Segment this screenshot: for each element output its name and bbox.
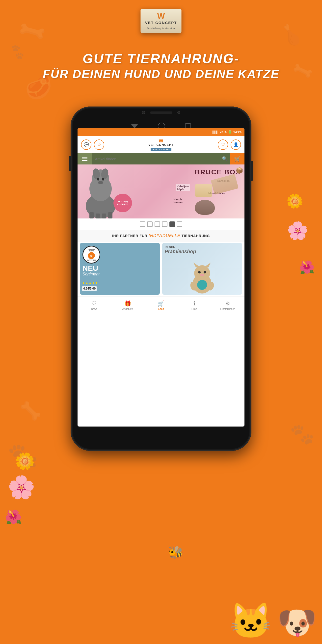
banner-item-kabeljau: Kabeljau-Zöpfe [176, 184, 190, 191]
partner-text-after: TIERNAHRUNG [180, 234, 210, 238]
dog-image [80, 166, 122, 218]
back-triangle-icon [131, 124, 138, 128]
pramienshop-name-text: Prämienshop [165, 249, 240, 254]
hamburger-line-1 [82, 157, 88, 158]
cart-btn[interactable]: 🛒 [230, 153, 244, 164]
svg-point-6 [102, 178, 104, 180]
dot-5-active[interactable] [170, 222, 175, 227]
banner-badge-text: BRUCE (6) ALLERIKER [114, 200, 132, 206]
flower-blue-left: 🌺 [5, 509, 22, 525]
logo-badge: W VET-CONCEPT Gute Nahrung für Vierbeine… [141, 9, 182, 33]
dog-svg [80, 166, 122, 218]
header-right-icons: ♡ 👤 [218, 140, 241, 150]
logo-tagline: Gute Nahrung für Vierbeiner [143, 27, 179, 30]
links-icon: ℹ [194, 300, 196, 307]
dot-4[interactable] [162, 222, 168, 227]
bottom-dog-animal: 🐶 [277, 604, 317, 642]
hero-line2: FÜR DEINEN HUND UND DEINE KATZE [0, 67, 322, 81]
food-bits-image [195, 184, 212, 197]
search-input-container [92, 153, 219, 164]
sensor [177, 111, 180, 114]
search-bar: 🔍 🛒 [78, 153, 244, 164]
battery-pct: 72 % [220, 130, 226, 134]
signal-icon: ▌▌▌ [212, 130, 218, 134]
flower-teal-right-2: 🌺 [299, 260, 314, 274]
dot-2[interactable] [147, 222, 152, 227]
rating-max: 5.00 [90, 287, 96, 290]
brand-subtitle-header: FÜR DEN HUND [150, 148, 172, 151]
food-bowl-image [195, 200, 215, 215]
hamburger-menu-btn[interactable] [78, 153, 92, 164]
back-button[interactable] [131, 124, 138, 128]
einstellungen-label: Einstellungen [220, 308, 235, 310]
einstellungen-icon: ⚙ [226, 300, 230, 307]
search-input[interactable] [95, 157, 216, 161]
hero-line1: GUTE TIERNAHRUNG- [0, 51, 322, 66]
flower-yellow-right: 🌼 [286, 193, 304, 209]
svg-rect-8 [90, 212, 94, 218]
heart-icon-btn[interactable]: ♡ [218, 140, 228, 150]
nav-item-news[interactable]: ♡ News [78, 296, 111, 314]
svg-point-5 [97, 178, 99, 180]
dot-3[interactable] [154, 222, 160, 227]
nav-item-einstellungen[interactable]: ⚙ Einstellungen [211, 296, 244, 314]
dot-1[interactable] [140, 222, 145, 227]
flower-yellow-left: 🌼 [15, 452, 35, 470]
dot-6[interactable] [177, 222, 182, 227]
rating-value: 4.94 [83, 287, 89, 290]
angebote-icon: 🎁 [124, 300, 131, 307]
news-label: News [91, 308, 97, 310]
hamburger-line-2 [82, 158, 88, 159]
app-logo-center: W VET-CONCEPT FÜR DEN HUND [148, 138, 174, 151]
bottom-nav: ♡ News 🎁 Angebote 🛒 Shop ℹ Links ⚙ Einst… [78, 296, 244, 314]
nav-item-shop[interactable]: 🛒 Shop [144, 296, 178, 314]
banner-box-icon: 📦 [236, 167, 243, 174]
food-sticks-image [211, 174, 238, 195]
neu-sortiment-card[interactable]: TRUSTEDSHOPS e GUARANTEE ★★★★★ 4.94/5.00… [80, 243, 160, 295]
user-icon-btn[interactable]: 👤 [230, 140, 241, 150]
logo-brand-name: VET-CONCEPT [143, 20, 179, 25]
shop-label: Shop [158, 308, 164, 310]
promo-banner[interactable]: BRUCE BOX 📦 Kabeljau-Zöpfe Sardellen Hir… [78, 164, 244, 218]
logo-mark: W [148, 138, 174, 143]
bottom-cat-animal: 🐱 [229, 601, 272, 642]
svg-point-16 [198, 271, 201, 274]
search-submit-btn[interactable]: 🔍 [219, 153, 230, 164]
partner-highlight: individuelle [148, 233, 180, 238]
star-icon-btn[interactable]: ☆ [94, 140, 104, 150]
brand-name-header: VET-CONCEPT [148, 143, 174, 147]
pramienshop-card[interactable]: IN DEN Prämienshop [162, 243, 242, 295]
rating-display: 4.94/5.00 [82, 286, 97, 291]
in-den-text: IN DEN [165, 246, 240, 249]
hero-text: GUTE TIERNAHRUNG- FÜR DEINEN HUND UND DE… [0, 51, 322, 81]
shop-icon: 🛒 [158, 300, 164, 307]
svg-rect-9 [96, 214, 100, 218]
banner-item-hirsch: HirschHerzen [174, 198, 182, 204]
power-button [251, 161, 253, 181]
rating-section: ★★★★★ 4.94/5.00 [82, 281, 158, 291]
svg-rect-10 [102, 214, 106, 218]
pramienshop-header: IN DEN Prämienshop [165, 246, 240, 254]
svg-point-13 [194, 265, 210, 281]
stars-display: ★★★★★ [82, 281, 158, 285]
status-bar: ▌▌▌ 72 % 🔋 14:24 [78, 128, 244, 136]
chat-icon-btn[interactable]: 💬 [81, 140, 92, 150]
phone-screen: ▌▌▌ 72 % 🔋 14:24 💬 ☆ W VET-CONCEPT FÜR D… [78, 128, 244, 426]
svg-point-17 [204, 271, 206, 274]
time-display: 14:24 [233, 130, 242, 134]
banner-badge: BRUCE (6) ALLERIKER [114, 194, 132, 212]
pramienshop-image [188, 261, 216, 294]
cards-section: TRUSTEDSHOPS e GUARANTEE ★★★★★ 4.94/5.00… [80, 243, 242, 295]
flower-teal-right: 🌸 [287, 220, 308, 241]
news-icon: ♡ [92, 300, 96, 307]
nav-item-links[interactable]: ℹ Links [178, 296, 211, 314]
trusted-e-circle: e [88, 252, 95, 259]
logo-w-icon: W [143, 12, 179, 20]
cat-plushie-svg [188, 261, 216, 294]
trusted-shops-badge: TRUSTEDSHOPS e GUARANTEE [82, 246, 100, 264]
nav-item-angebote[interactable]: 🎁 Angebote [111, 296, 144, 314]
speaker-grille [150, 112, 172, 114]
svg-rect-11 [108, 212, 112, 218]
bee-decoration: 🐝 [168, 546, 183, 560]
partner-text-before: IHR PARTNER FÜR [112, 234, 148, 238]
